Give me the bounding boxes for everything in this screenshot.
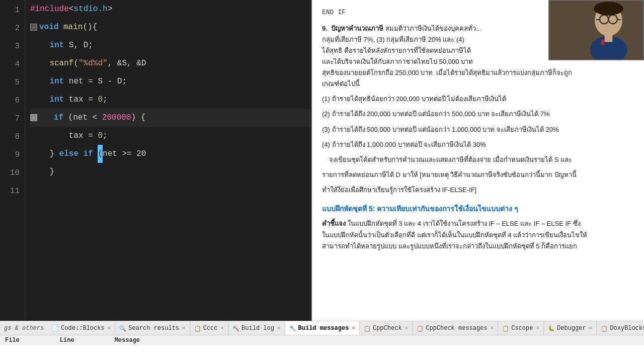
section-title-9: ปัญหาคำนวณภาษี (331, 25, 383, 32)
breakpoint-marker-7: - (30, 114, 37, 121)
webcam-face (549, 1, 643, 59)
tab-debugger[interactable]: 🐛 Debugger × (544, 321, 597, 335)
tab-cppcheck-close[interactable]: × (405, 325, 409, 331)
code-line-4: scanf("%d%d", &S, &D (30, 54, 311, 72)
svg-rect-9 (605, 33, 613, 42)
codeblocks-icon: 📄 (52, 325, 59, 332)
svg-rect-10 (601, 40, 604, 45)
tab-buildmessages-label: Build messages (298, 325, 349, 332)
tab-codeblocks[interactable]: 📄 Code::Blocks × (48, 321, 115, 335)
tab-doxyblocks-label: DoxyBlocks (610, 325, 644, 332)
code-line-11 (30, 181, 311, 199)
code-line-5: int net = S - D; (30, 72, 311, 90)
tab-debugger-close[interactable]: × (589, 325, 593, 331)
code-content[interactable]: #include<stdio.h> -void main(){ int S, D… (25, 0, 311, 321)
code-line-10: } (30, 163, 311, 181)
tab-searchresults-close[interactable]: × (182, 325, 186, 331)
code-line-1: #include<stdio.h> (30, 0, 311, 18)
tab-buildmessages-close[interactable]: × (352, 325, 355, 331)
tab-buildlog-close[interactable]: × (277, 325, 281, 331)
buildmessages-icon: 🔧 (289, 325, 296, 332)
doc-rule4: (4) ถ้ารายได้ถึง 1,000,000 บาทต่อปี จะเส… (322, 139, 634, 150)
cppcheckmsg-icon: 📋 (417, 325, 424, 332)
bottom-panel: gs & others 📄 Code::Blocks × 🔍 Search re… (0, 321, 644, 362)
doxyblocks-icon: 📋 (601, 325, 608, 332)
doc-para2: รายการที่ลดหย่อนภาษีได้ D มาให้ [หมายเหต… (322, 169, 634, 180)
doc-note: คำชี้แจง ในแบบฝึกหัดชุดที่ 3 และ 4 เราได… (322, 218, 634, 251)
code-line-7: - if (net < 200000) { (30, 109, 311, 127)
line-num-9: 9 (0, 146, 20, 164)
tab-cccc[interactable]: 📋 Cccc × (190, 321, 228, 335)
tab-codeblocks-close[interactable]: × (108, 325, 111, 331)
svg-point-7 (594, 2, 623, 15)
note-heading: คำชี้แจง (322, 220, 346, 227)
tab-cccc-label: Cccc (203, 325, 218, 332)
log-col-file: File (5, 337, 20, 344)
tab-cppcheckmsg-close[interactable]: × (491, 325, 494, 331)
line-numbers: 1 2 3 4 5 6 7 8 9 10 11 (0, 0, 25, 321)
code-line-2: -void main(){ (30, 18, 311, 36)
tab-cppcheckmsg-label: CppCheck messages (426, 325, 487, 332)
line-num-1: 1 (0, 1, 20, 19)
svg-line-4 (596, 19, 600, 20)
log-col-line: Line (60, 337, 74, 344)
tab-doxyblocks[interactable]: 📋 DoxyBlocks × (597, 321, 644, 335)
tab-debugger-label: Debugger (557, 325, 586, 332)
section5-heading: แบบฝึกหัดชุดที่ 5: ความเทียบเท่ากันของกา… (322, 203, 634, 214)
line-num-2: 2 (0, 19, 20, 37)
code-line-8: tax = 0; (30, 127, 311, 145)
doc-rule3: (3) ถ้ารายได้ถึง 500,000 บาทต่อปี แต่น้อ… (322, 124, 634, 135)
line-num-8: 8 (0, 128, 20, 146)
right-panel-wrapper: END IF 9. ปัญหาคำนวณภาษี สมมติว่าภาษีเงิ… (312, 0, 644, 321)
cscope-icon: 📋 (502, 325, 509, 332)
line-num-11: 11 (0, 182, 20, 200)
searchresults-icon: 🔍 (119, 325, 126, 332)
line-num-7: 7 (0, 110, 20, 128)
code-include: #include (30, 0, 69, 18)
svg-line-6 (617, 19, 621, 20)
line-num-10: 10 (0, 164, 20, 182)
cppcheck-icon: 📋 (364, 325, 371, 332)
code-lines: 1 2 3 4 5 6 7 8 9 10 11 #include<stdio.h… (0, 0, 311, 321)
gs-others-label: gs & others (4, 325, 44, 332)
debugger-icon: 🐛 (548, 325, 555, 332)
log-header: File Line Message (0, 335, 644, 345)
doc-rule2: (2) ถ้ารายได้ถึง 200,000 บาทต่อปี แต่น้อ… (322, 109, 634, 120)
tab-cccc-close[interactable]: × (221, 325, 224, 331)
tab-searchresults-label: Search results (128, 325, 179, 332)
line-num-3: 3 (0, 37, 20, 55)
doc-rule1: (1) ถ้ารายได้สุทธิน้อยกว่า 200,000 บาทต่… (322, 94, 634, 105)
line-num-6: 6 (0, 92, 20, 110)
code-line-9: } else if (net >= 20 (30, 145, 311, 163)
tab-cppcheck[interactable]: 📋 CppCheck × (360, 321, 413, 335)
tab-cscope-label: Cscope (511, 325, 533, 332)
log-col-message: Message (115, 337, 140, 344)
tab-gs-others: gs & others (0, 321, 48, 335)
doc-para1: จงเขียนชุดโค้ดสำหรับการคำนวณและแสดงภาษีท… (322, 154, 634, 165)
section-num-9: 9. (322, 25, 328, 32)
tab-cscope[interactable]: 📋 Cscope × (498, 321, 544, 335)
cccc-icon: 📋 (194, 325, 201, 332)
code-editor: 1 2 3 4 5 6 7 8 9 10 11 #include<stdio.h… (0, 0, 312, 321)
tab-buildmessages[interactable]: 🔧 Build messages × (285, 321, 360, 335)
tab-cscope-close[interactable]: × (536, 325, 539, 331)
webcam-svg (549, 0, 643, 60)
webcam-overlay (548, 0, 644, 60)
buildlog-icon: 🔨 (232, 325, 239, 332)
tab-searchresults[interactable]: 🔍 Search results × (115, 321, 190, 335)
code-line-6: int tax = 0; (30, 90, 311, 109)
doc-para3: ทำให้งี่ย่อเพื่อศึกษาเรียนรู้การใช้โครงส… (322, 185, 634, 196)
line-num-4: 4 (0, 55, 20, 73)
content-area: 1 2 3 4 5 6 7 8 9 10 11 #include<stdio.h… (0, 0, 644, 321)
tab-cppcheckmsg[interactable]: 📋 CppCheck messages × (413, 321, 498, 335)
main-container: 1 2 3 4 5 6 7 8 9 10 11 #include<stdio.h… (0, 0, 644, 362)
log-content (0, 345, 644, 362)
tab-buildlog[interactable]: 🔨 Build log × (228, 321, 285, 335)
tab-buildlog-label: Build log (242, 325, 274, 332)
collapse-marker-2: - (30, 24, 37, 31)
code-line-3: int S, D; (30, 36, 311, 54)
tab-cppcheck-label: CppCheck (373, 325, 402, 332)
tab-codeblocks-label: Code::Blocks (61, 325, 104, 332)
tabs-bar: gs & others 📄 Code::Blocks × 🔍 Search re… (0, 321, 644, 335)
line-num-5: 5 (0, 73, 20, 92)
